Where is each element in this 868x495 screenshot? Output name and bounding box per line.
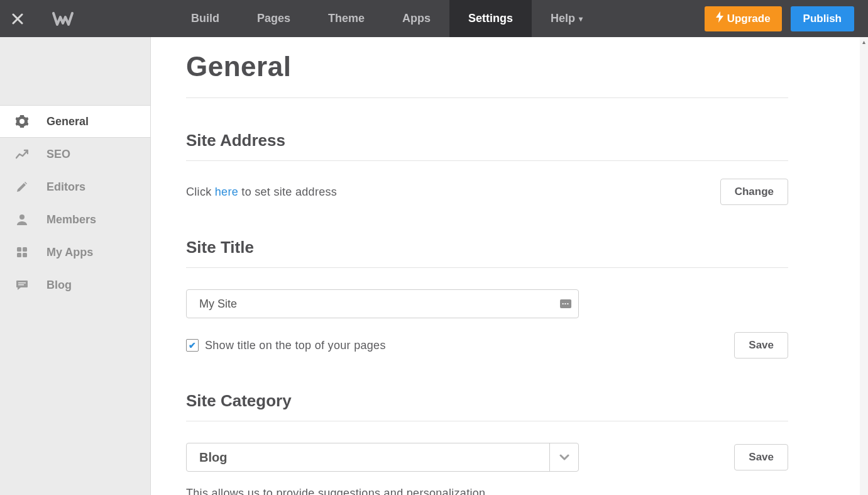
site-category-select[interactable]: Blog: [186, 443, 579, 472]
publish-label: Publish: [803, 13, 842, 25]
gear-icon: [15, 115, 29, 128]
content: General Site Address Click here to set s…: [151, 37, 823, 495]
nav-label: Pages: [257, 12, 290, 25]
sidebar-item-label: My Apps: [47, 246, 93, 259]
lightning-icon: [716, 11, 723, 26]
chevron-down-icon: [549, 443, 578, 471]
svg-rect-6: [18, 284, 24, 286]
nav-label: Build: [191, 12, 219, 25]
scroll-up-icon[interactable]: ▴: [860, 37, 868, 46]
sidebar-item-label: Blog: [47, 279, 72, 292]
person-icon: [15, 214, 29, 225]
sidebar-item-members[interactable]: Members: [0, 203, 150, 236]
svg-rect-4: [23, 253, 27, 257]
upgrade-label: Upgrade: [727, 13, 771, 25]
save-label: Save: [749, 451, 774, 463]
sidebar-item-label: General: [47, 115, 89, 128]
site-title-input-wrap: [186, 289, 579, 318]
page-title: General: [186, 43, 788, 98]
site-category-row: Blog Save: [186, 443, 788, 472]
site-address-row: Click here to set site address Change: [186, 179, 788, 205]
nav-label: Settings: [468, 12, 513, 25]
top-nav: Build Pages Theme Apps Settings Help▾ Up…: [0, 0, 868, 37]
settings-sidebar: General SEO Editors Members My Apps Blog: [0, 37, 151, 495]
addr-before: Click: [186, 186, 215, 198]
site-address-link[interactable]: here: [215, 186, 238, 198]
site-title-input[interactable]: [186, 289, 579, 318]
show-title-label: Show title on the top of your pages: [205, 339, 386, 352]
sidebar-item-label: SEO: [47, 148, 70, 161]
show-title-row: Show title on the top of your pages Save: [186, 332, 788, 359]
scrollbar[interactable]: ▴: [860, 37, 868, 495]
nav-label: Apps: [402, 12, 431, 25]
section-site-address-heading: Site Address: [186, 98, 788, 161]
nav-items: Build Pages Theme Apps Settings Help▾: [172, 0, 602, 37]
nav-settings[interactable]: Settings: [449, 0, 532, 37]
grid-icon: [15, 247, 29, 258]
addr-after: to set site address: [238, 186, 337, 198]
svg-rect-2: [23, 247, 27, 252]
comment-icon: [15, 279, 29, 291]
nav-right: Upgrade Publish: [705, 0, 854, 37]
nav-help[interactable]: Help▾: [532, 0, 602, 37]
sidebar-item-label: Editors: [47, 181, 85, 194]
input-suggest-icon[interactable]: [560, 299, 571, 308]
sidebar-item-myapps[interactable]: My Apps: [0, 236, 150, 269]
weebly-logo-icon[interactable]: [35, 11, 91, 27]
trend-icon: [15, 149, 29, 159]
svg-rect-3: [17, 253, 21, 257]
nav-label: Help: [551, 12, 575, 25]
nav-theme[interactable]: Theme: [309, 0, 383, 37]
site-category-selected: Blog: [187, 443, 549, 471]
main-panel: General Site Address Click here to set s…: [151, 37, 860, 495]
sidebar-item-seo[interactable]: SEO: [0, 138, 150, 170]
save-category-button[interactable]: Save: [734, 444, 788, 470]
sidebar-item-general[interactable]: General: [0, 105, 150, 138]
close-icon[interactable]: [0, 0, 35, 37]
site-address-text: Click here to set site address: [186, 186, 337, 199]
save-label: Save: [749, 339, 774, 351]
nav-apps[interactable]: Apps: [383, 0, 449, 37]
section-site-category-heading: Site Category: [186, 359, 788, 421]
upgrade-button[interactable]: Upgrade: [705, 6, 782, 31]
sidebar-item-editors[interactable]: Editors: [0, 170, 150, 203]
change-label: Change: [735, 186, 774, 197]
svg-rect-5: [18, 282, 26, 284]
site-category-helper: This allows us to provide suggestions an…: [186, 487, 788, 495]
change-button[interactable]: Change: [720, 179, 788, 205]
nav-build[interactable]: Build: [172, 0, 238, 37]
show-title-checkbox[interactable]: [186, 339, 199, 352]
section-site-title-heading: Site Title: [186, 205, 788, 268]
publish-button[interactable]: Publish: [791, 6, 854, 31]
svg-rect-1: [17, 247, 21, 252]
nav-label: Theme: [328, 12, 365, 25]
sidebar-item-label: Members: [47, 213, 96, 226]
svg-point-0: [19, 214, 25, 220]
pencil-icon: [15, 181, 29, 192]
nav-pages[interactable]: Pages: [238, 0, 309, 37]
show-title-left: Show title on the top of your pages: [186, 339, 386, 352]
sidebar-spacer: [0, 37, 150, 105]
sidebar-item-blog[interactable]: Blog: [0, 269, 150, 301]
chevron-down-icon: ▾: [579, 14, 583, 23]
save-title-button[interactable]: Save: [734, 332, 788, 359]
